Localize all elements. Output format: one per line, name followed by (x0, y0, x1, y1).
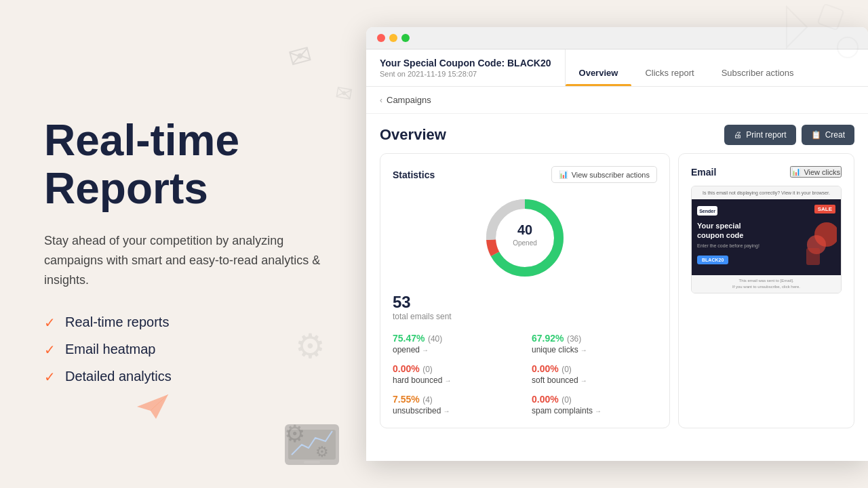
deco-phone-chart (271, 411, 353, 474)
svg-rect-2 (304, 461, 320, 464)
stat-opened-count: (40) (428, 334, 442, 344)
stat-opened-arrow: → (422, 346, 429, 354)
left-panel: ✉ ✉ ⚙ Real-time Reports Stay ahead of yo… (0, 0, 366, 488)
statistics-title: Statistics (393, 169, 435, 180)
tab-subscriber-actions[interactable]: Subscriber actions (708, 58, 808, 86)
email-card: Email 📊 View clicks Is this email not di… (678, 153, 854, 428)
stats-grid: 75.47% (40) opened → 67.92% (393, 332, 657, 415)
feature-label-1: Real-time reports (65, 314, 169, 330)
total-sent-label: total emails sent (393, 312, 657, 321)
coupon-code: BLACK20 (697, 256, 728, 264)
stats-card-header: Statistics 📊 View subscriber actions (393, 166, 657, 183)
statistics-card: Statistics 📊 View subscriber actions (380, 153, 670, 428)
browser-chrome (366, 27, 868, 49)
check-icon-3: ✓ (44, 369, 56, 385)
deco-envelope-1: ✉ (285, 38, 316, 74)
stat-unsubscribed-pct: 7.55% (393, 394, 420, 405)
check-icon-1: ✓ (44, 314, 56, 331)
page-title: Overview (380, 126, 446, 144)
feature-label-2: Email heatmap (65, 342, 155, 357)
view-clicks-button[interactable]: 📊 View clicks (790, 166, 842, 178)
email-preview-wrapper: Is this email not displaying correctly? … (691, 186, 842, 293)
stat-unsubscribed-label[interactable]: unsubscribed → (393, 406, 518, 415)
paper-plane-icon (136, 393, 170, 420)
feature-item-1: ✓ Real-time reports (44, 314, 332, 331)
total-sent: 53 total emails sent (393, 293, 657, 321)
browser-dot-green[interactable] (401, 34, 410, 42)
stat-unique-clicks-pct: 67.92% (532, 333, 564, 344)
stat-unique-clicks-arrow: → (580, 346, 587, 354)
chart-bar-icon: 📊 (791, 167, 801, 176)
svg-text:40: 40 (517, 222, 532, 237)
chart-icon: 📊 (559, 170, 568, 179)
app-header: Your Special Coupon Code: BLACK20 Sent o… (366, 49, 868, 87)
campaign-date: Sent on 2021-11-19 15:28:07 (380, 70, 551, 78)
email-preview-body: Sender SALE Your special coupon code Ent… (692, 199, 841, 275)
stat-hard-bounce-arrow: → (444, 377, 451, 384)
stat-hard-bounce-pct: 0.00% (393, 363, 420, 374)
total-sent-number: 53 (393, 293, 657, 312)
feature-label-3: Detailed analytics (65, 369, 172, 384)
feature-list: ✓ Real-time reports ✓ Email heatmap ✓ De… (44, 314, 332, 385)
svg-rect-4 (818, 4, 844, 30)
svg-text:Opened: Opened (513, 239, 537, 247)
browser-dot-yellow[interactable] (389, 34, 397, 42)
stat-soft-bounce-label[interactable]: soft bounced → (532, 375, 657, 385)
stat-spam: 0.00% (0) spam complaints → (532, 393, 657, 415)
email-card-header: Email 📊 View clicks (691, 166, 842, 178)
email-footer: This email was sent to [Email]. If you w… (692, 275, 841, 293)
stat-unsubscribed-arrow: → (443, 407, 450, 415)
stat-opened-pct: 75.47% (393, 333, 425, 344)
tab-overview[interactable]: Overview (566, 58, 632, 86)
stat-soft-bounce-arrow: → (580, 377, 587, 384)
browser-dot-red[interactable] (377, 34, 385, 42)
stat-soft-bounce-count: (0) (561, 365, 572, 374)
tab-clicks-report[interactable]: Clicks report (631, 58, 707, 86)
right-panel: Your Special Coupon Code: BLACK20 Sent o… (366, 0, 868, 488)
stat-unique-clicks-count: (36) (567, 334, 581, 344)
email-top-notice: Is this email not displaying correctly? … (692, 186, 841, 199)
stat-soft-bounce-pct: 0.00% (532, 363, 559, 374)
stat-spam-count: (0) (561, 395, 572, 405)
stat-opened-label[interactable]: opened → (393, 345, 518, 354)
stat-hard-bounce-count: (0) (422, 365, 433, 374)
stat-unique-clicks-label[interactable]: unique clicks → (532, 345, 657, 354)
donut-chart-container: 40 Opened (393, 194, 657, 282)
create-button[interactable]: 📋 Creat (802, 125, 854, 145)
stat-opened: 75.47% (40) opened → (393, 332, 518, 354)
deco-envelope-2: ✉ (334, 80, 355, 106)
stat-spam-pct: 0.00% (532, 394, 559, 405)
stat-spam-label[interactable]: spam complaints → (532, 406, 657, 415)
deco-gear: ⚙ (295, 327, 326, 366)
print-report-button[interactable]: 🖨 Print report (724, 125, 795, 145)
donut-chart: 40 Opened (481, 194, 569, 282)
breadcrumb-arrow: ‹ (380, 96, 382, 105)
stat-unsubscribed-count: (4) (422, 395, 433, 405)
stat-spam-arrow: → (595, 407, 601, 415)
campaign-title: Your Special Coupon Code: BLACK20 (380, 58, 551, 68)
hero-subtitle: Stay ahead of your competition by analyz… (44, 231, 329, 289)
svg-rect-14 (806, 248, 820, 265)
main-column: ‹ Campaigns Overview 🖨 Print report 📋 Cr… (366, 87, 868, 461)
feature-item-2: ✓ Email heatmap (44, 342, 332, 358)
breadcrumb-campaigns[interactable]: Campaigns (387, 95, 431, 105)
sender-logo: Sender (697, 206, 717, 216)
feature-item-3: ✓ Detailed analytics (44, 369, 332, 385)
stat-soft-bounce: 0.00% (0) soft bounced → (532, 363, 657, 385)
view-subscriber-actions-button[interactable]: 📊 View subscriber actions (551, 166, 657, 183)
stat-unsubscribed: 7.55% (4) unsubscribed → (393, 393, 518, 415)
stat-hard-bounce-label[interactable]: hard bounced → (393, 375, 518, 385)
email-column: Email 📊 View clicks Is this email not di… (678, 153, 854, 428)
cards-row: Statistics 📊 View subscriber actions (366, 153, 868, 442)
stat-unique-clicks: 67.92% (36) unique clicks → (532, 332, 657, 354)
create-icon: 📋 (811, 130, 821, 140)
action-buttons: 🖨 Print report 📋 Creat (724, 125, 854, 145)
stat-hard-bounce: 0.00% (0) hard bounced → (393, 363, 518, 385)
email-deco-shapes (803, 221, 837, 271)
sale-badge: SALE (814, 205, 835, 214)
hero-title: Real-time Reports (44, 117, 332, 212)
campaign-info: Your Special Coupon Code: BLACK20 Sent o… (366, 49, 566, 86)
section-header: Overview 🖨 Print report 📋 Creat (366, 114, 868, 153)
browser-window: Your Special Coupon Code: BLACK20 Sent o… (366, 27, 868, 461)
header-tabs: Overview Clicks report Subscriber action… (566, 49, 868, 86)
